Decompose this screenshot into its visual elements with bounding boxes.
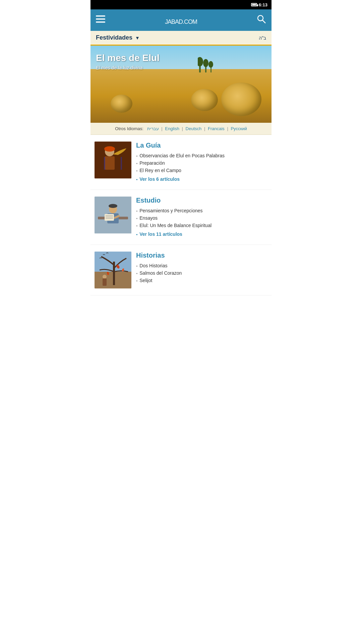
estudio-title[interactable]: Estudio bbox=[136, 197, 267, 204]
hay-bale-large bbox=[221, 83, 261, 116]
svg-point-10 bbox=[208, 61, 213, 68]
lang-english[interactable]: English bbox=[165, 126, 179, 131]
svg-point-3 bbox=[258, 15, 263, 21]
festividades-menu[interactable]: Festividades ▼ bbox=[96, 34, 140, 41]
estudio-items: Pensamientos y Percepciones Ensayos Elul… bbox=[136, 207, 267, 238]
historias-title[interactable]: Historias bbox=[136, 252, 267, 259]
lang-separator-4: | bbox=[227, 126, 229, 131]
svg-rect-16 bbox=[121, 157, 122, 170]
battery-icon bbox=[251, 3, 257, 6]
list-item[interactable]: El Rey en el Campo bbox=[136, 167, 267, 174]
time: 6:13 bbox=[259, 2, 267, 7]
lang-francais[interactable]: Francais bbox=[208, 126, 225, 131]
lang-hebrew[interactable]: עברית bbox=[147, 126, 159, 131]
header: Jabad.com bbox=[90, 9, 272, 31]
historias-items: Dos Historias Salmos del Corazon Selijot bbox=[136, 262, 267, 284]
svg-point-21 bbox=[109, 204, 117, 208]
historias-thumb-image bbox=[95, 252, 131, 288]
svg-rect-22 bbox=[105, 214, 114, 221]
lang-deutsch[interactable]: Deutsch bbox=[186, 126, 202, 131]
list-item[interactable]: Salmos del Corazon bbox=[136, 269, 267, 277]
historias-body: Historias Dos Historias Salmos del Coraz… bbox=[136, 252, 267, 288]
section-guia: La Guía Observancias de Elul en Pocas Pa… bbox=[90, 135, 272, 190]
svg-rect-1 bbox=[96, 18, 105, 20]
svg-rect-31 bbox=[103, 278, 107, 286]
search-button[interactable] bbox=[257, 14, 266, 26]
guia-items: Observancias de Elul en Pocas Palabras P… bbox=[136, 152, 267, 183]
estudio-see-more[interactable]: Ver los 11 artículos bbox=[136, 230, 267, 238]
languages-label: Otros Idiomas: bbox=[115, 126, 143, 131]
svg-rect-13 bbox=[105, 156, 115, 170]
section-estudio: Estudio Pensamientos y Percepciones Ensa… bbox=[90, 190, 272, 245]
status-bar: 6:13 bbox=[90, 0, 272, 9]
languages-bar: Otros Idiomas: עברית | English | Deutsch… bbox=[90, 123, 272, 135]
lang-separator-2: | bbox=[182, 126, 184, 131]
festividades-label: Festividades bbox=[96, 34, 132, 41]
list-item[interactable]: Dos Historias bbox=[136, 262, 267, 269]
dropdown-arrow-icon: ▼ bbox=[135, 35, 140, 41]
list-item[interactable]: Selijot bbox=[136, 277, 267, 284]
svg-point-8 bbox=[203, 59, 208, 67]
section-historias: Historias Dos Historias Salmos del Coraz… bbox=[90, 245, 272, 296]
hero-subtitle: El mes de la luz divina bbox=[96, 65, 160, 70]
guia-thumbnail bbox=[95, 142, 131, 178]
guia-body: La Guía Observancias de Elul en Pocas Pa… bbox=[136, 142, 267, 183]
guia-thumb-image bbox=[95, 142, 131, 178]
historias-thumbnail bbox=[95, 252, 131, 288]
list-item[interactable]: Pensamientos y Percepciones bbox=[136, 207, 267, 214]
estudio-thumb-image bbox=[95, 197, 131, 233]
estudio-body: Estudio Pensamientos y Percepciones Ensa… bbox=[136, 197, 267, 238]
lang-separator-1: | bbox=[161, 126, 164, 131]
svg-rect-0 bbox=[96, 15, 105, 17]
svg-point-14 bbox=[104, 146, 115, 152]
svg-line-4 bbox=[262, 20, 265, 23]
svg-rect-15 bbox=[104, 157, 105, 170]
lang-separator-3: | bbox=[204, 126, 206, 131]
main-content: La Guía Observancias de Elul en Pocas Pa… bbox=[90, 135, 272, 296]
hero-main-title: El mes de Elul bbox=[96, 52, 160, 64]
trees-decoration bbox=[198, 56, 218, 72]
svg-point-6 bbox=[198, 57, 203, 66]
estudio-thumbnail bbox=[95, 197, 131, 233]
list-item[interactable]: Observancias de Elul en Pocas Palabras bbox=[136, 152, 267, 159]
hay-bale-medium bbox=[191, 89, 218, 111]
list-item[interactable]: Preparación bbox=[136, 159, 267, 167]
list-item[interactable]: Ensayos bbox=[136, 214, 267, 222]
lang-russian[interactable]: Русский bbox=[231, 126, 247, 131]
guia-see-more[interactable]: Ver los 6 artículos bbox=[136, 175, 267, 183]
menu-button[interactable] bbox=[96, 15, 105, 25]
hebrew-label: ב"ה bbox=[259, 35, 266, 41]
hay-bale-small bbox=[111, 95, 132, 113]
hero-banner: El mes de Elul El mes de la luz divina bbox=[90, 46, 272, 123]
sub-header: Festividades ▼ ב"ה bbox=[90, 31, 272, 46]
hero-title-block: El mes de Elul El mes de la luz divina bbox=[96, 52, 160, 70]
list-item[interactable]: Elul: Un Mes de Balance Espiritual bbox=[136, 222, 267, 229]
guia-title[interactable]: La Guía bbox=[136, 142, 267, 149]
lang-sep-0 bbox=[144, 126, 146, 131]
site-logo: Jabad.com bbox=[165, 14, 197, 26]
svg-point-30 bbox=[103, 275, 107, 279]
svg-rect-2 bbox=[96, 21, 105, 23]
